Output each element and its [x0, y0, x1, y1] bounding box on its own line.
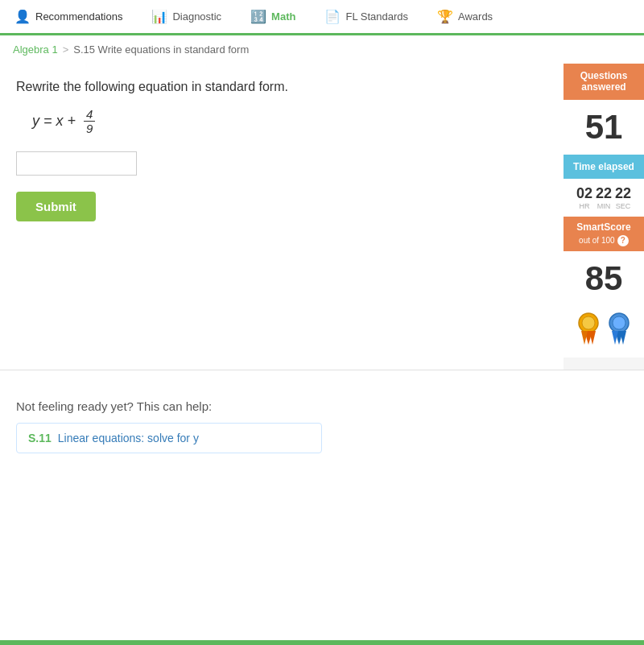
- awards-row: [564, 306, 644, 358]
- diagnostic-icon: 📊: [151, 9, 167, 24]
- help-section-text: Not feeling ready yet? This can help:: [16, 399, 628, 413]
- questions-answered-value: 51: [564, 100, 644, 155]
- smart-score-sublabel: out of 100: [579, 236, 614, 245]
- gold-ribbon: [576, 312, 601, 345]
- svg-point-1: [582, 316, 595, 329]
- main-layout: Rewrite the following equation in standa…: [0, 64, 644, 370]
- content-divider: [0, 370, 644, 370]
- tab-math[interactable]: 🔢 Math: [236, 0, 310, 35]
- time-min-value: 22: [596, 185, 612, 202]
- equation-fraction: 4 9: [84, 107, 95, 135]
- fraction-numerator: 4: [84, 107, 95, 122]
- tab-fl-standards-label: FL Standards: [345, 10, 408, 23]
- recommendations-icon: 👤: [14, 9, 31, 24]
- breadcrumb-separator: >: [63, 43, 69, 56]
- tab-awards[interactable]: 🏆 Awards: [423, 0, 507, 35]
- smart-score-help[interactable]: ?: [617, 235, 629, 246]
- submit-button[interactable]: Submit: [16, 192, 96, 221]
- time-display: 02 HR 22 MIN 22 SEC: [564, 179, 644, 217]
- question-text: Rewrite the following equation in standa…: [16, 80, 547, 94]
- tab-diagnostic[interactable]: 📊 Diagnostic: [137, 0, 236, 35]
- tab-math-label: Math: [271, 10, 295, 23]
- tab-diagnostic-label: Diagnostic: [172, 10, 221, 23]
- time-hr-cell: 02 HR: [576, 185, 592, 210]
- time-sec-value: 22: [615, 185, 631, 202]
- time-hr-value: 02: [576, 185, 592, 202]
- time-min-label: MIN: [597, 202, 611, 210]
- fl-standards-icon: 📄: [324, 9, 341, 24]
- help-link-label: Linear equations: solve for y: [58, 432, 199, 444]
- math-icon: 🔢: [250, 9, 266, 24]
- breadcrumb-current: S.15 Write equations in standard form: [73, 43, 249, 56]
- blue-ribbon: [607, 312, 631, 345]
- tab-awards-label: Awards: [458, 10, 493, 23]
- time-min-cell: 22 MIN: [596, 185, 612, 210]
- time-hr-label: HR: [579, 202, 589, 210]
- time-elapsed-header: Time elapsed: [564, 155, 644, 179]
- breadcrumb: Algebra 1 > S.15 Write equations in stan…: [0, 35, 644, 64]
- time-sec-cell: 22 SEC: [615, 185, 631, 210]
- tab-recommendations-label: Recommendations: [35, 10, 122, 23]
- breadcrumb-parent[interactable]: Algebra 1: [13, 43, 58, 56]
- time-sec-label: SEC: [616, 202, 631, 210]
- help-link-code: S.11: [28, 432, 52, 444]
- help-link-box[interactable]: S.11 Linear equations: solve for y: [16, 423, 322, 453]
- help-section: Not feeling ready yet? This can help: S.…: [0, 387, 644, 466]
- smart-score-header: SmartScore out of 100 ?: [564, 217, 644, 251]
- sidebar: Questions answered 51 Time elapsed 02 HR…: [564, 64, 644, 370]
- top-navigation: 👤 Recommendations 📊 Diagnostic 🔢 Math 📄 …: [0, 0, 644, 35]
- time-elapsed-label: Time elapsed: [573, 161, 634, 172]
- svg-point-6: [613, 316, 625, 329]
- smart-score-label: SmartScore: [567, 221, 641, 234]
- equation-lhs: y = x +: [32, 113, 76, 130]
- fraction-denominator: 9: [84, 122, 95, 135]
- content-area: Rewrite the following equation in standa…: [0, 64, 564, 370]
- questions-answered-header: Questions answered: [564, 64, 644, 100]
- time-row: 02 HR 22 MIN 22 SEC: [567, 185, 641, 210]
- smart-score-value: 85: [564, 251, 644, 306]
- questions-answered-label: Questions answered: [580, 70, 628, 93]
- smart-score-subrow: out of 100 ?: [567, 234, 641, 247]
- answer-input[interactable]: [16, 151, 137, 176]
- tab-fl-standards[interactable]: 📄 FL Standards: [310, 0, 423, 35]
- math-equation: y = x + 4 9: [32, 107, 547, 135]
- awards-icon: 🏆: [437, 9, 453, 24]
- tab-recommendations[interactable]: 👤 Recommendations: [0, 0, 137, 35]
